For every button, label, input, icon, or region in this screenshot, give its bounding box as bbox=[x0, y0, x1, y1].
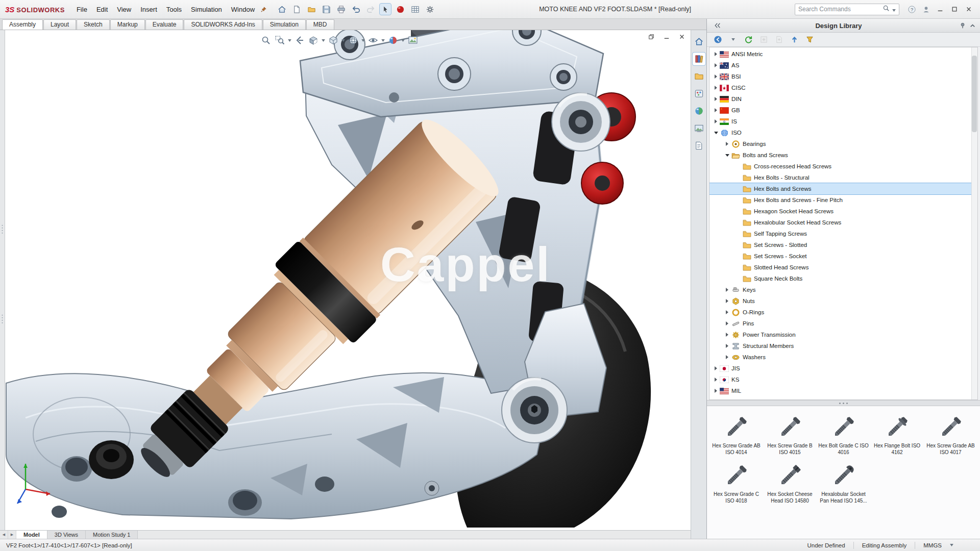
dropdown-caret-icon[interactable] bbox=[361, 39, 365, 42]
tree-item-as[interactable]: AS bbox=[709, 60, 971, 71]
model-tab-3d-views[interactable]: 3D Views bbox=[47, 531, 86, 539]
splitter-grip-icon[interactable] bbox=[1, 224, 4, 237]
tree-item-hexalobular-socket-head-screws[interactable]: Hexalobular Socket Head Screws bbox=[709, 217, 971, 228]
library-part-hex-screw-grade-ab-iso-4017[interactable]: Hex Screw Grade AB ISO 4017 bbox=[924, 412, 977, 456]
expand-arrow-icon[interactable] bbox=[724, 142, 730, 146]
menu-simulation[interactable]: Simulation bbox=[186, 4, 227, 15]
graphics-viewport[interactable]: Cappel bbox=[5, 30, 691, 530]
tree-item-set-screws-slotted[interactable]: Set Screws - Slotted bbox=[709, 239, 971, 251]
filter-icon[interactable] bbox=[804, 34, 815, 45]
expand-arrow-icon[interactable] bbox=[713, 97, 719, 101]
ribbon-tab-simulation[interactable]: Simulation bbox=[263, 19, 306, 30]
library-part-hex-screw-grade-c-iso-4018[interactable]: Hex Screw Grade C ISO 4018 bbox=[710, 461, 763, 504]
library-part-hexalobular-socket-pan-head-iso-145[interactable]: Hexalobular Socket Pan Head ISO 145... bbox=[817, 461, 870, 504]
tree-item-jis[interactable]: JIS bbox=[709, 363, 971, 374]
home-icon[interactable] bbox=[276, 4, 287, 15]
taskpane-tab-scenes[interactable] bbox=[693, 122, 705, 135]
dropdown-icon[interactable] bbox=[727, 34, 739, 45]
expand-arrow-icon[interactable] bbox=[713, 132, 719, 134]
up-icon[interactable] bbox=[789, 34, 800, 45]
help-button[interactable]: ? bbox=[905, 3, 918, 15]
new-icon[interactable] bbox=[291, 4, 302, 15]
pin-panel-icon[interactable] bbox=[959, 22, 966, 29]
close-button[interactable] bbox=[963, 3, 975, 15]
select-icon[interactable] bbox=[380, 4, 391, 15]
tab-scroll-right-icon[interactable]: ▶ bbox=[8, 531, 16, 539]
tree-item-is[interactable]: IS bbox=[709, 116, 971, 127]
open-icon[interactable] bbox=[306, 4, 317, 15]
taskpane-tab-file-explorer[interactable] bbox=[693, 70, 705, 83]
library-part-hex-bolt-grade-c-iso-4016[interactable]: Hex Bolt Grade C ISO 4016 bbox=[817, 412, 870, 456]
scene-icon[interactable] bbox=[407, 34, 419, 46]
menu-file[interactable]: File bbox=[72, 4, 92, 15]
library-part-hex-socket-cheese-head-iso-14580[interactable]: Hex Socket Cheese Head ISO 14580 bbox=[764, 461, 816, 504]
tree-item-bsi[interactable]: BSI bbox=[709, 71, 971, 82]
appearances-icon[interactable] bbox=[387, 34, 399, 46]
collapse-panel-icon[interactable] bbox=[714, 22, 721, 29]
tree-item-structural-members[interactable]: Structural Members bbox=[709, 340, 971, 352]
library-part-hex-screw-grade-ab-iso-4014[interactable]: Hex Screw Grade AB ISO 4014 bbox=[710, 412, 763, 456]
tree-item-set-screws-socket[interactable]: Set Screws - Socket bbox=[709, 251, 971, 262]
tree-item-din[interactable]: DIN bbox=[709, 93, 971, 105]
render-icon[interactable] bbox=[395, 4, 406, 15]
print-icon[interactable] bbox=[335, 4, 347, 15]
tree-item-ansi-metric[interactable]: ANSI Metric bbox=[709, 48, 971, 60]
taskpane-tab-home[interactable] bbox=[693, 35, 705, 48]
expand-arrow-icon[interactable] bbox=[724, 321, 730, 325]
tree-item-cisc[interactable]: CISC bbox=[709, 82, 971, 93]
tree-item-iso[interactable]: ISO bbox=[709, 127, 971, 138]
ribbon-tab-evaluate[interactable]: Evaluate bbox=[145, 19, 184, 30]
expand-arrow-icon[interactable] bbox=[724, 299, 730, 303]
tree-item-hex-bolts-structural[interactable]: Hex Bolts - Structural bbox=[709, 172, 971, 183]
units-caret-icon[interactable] bbox=[950, 544, 953, 546]
table-icon[interactable] bbox=[409, 4, 421, 15]
expand-arrow-icon[interactable] bbox=[724, 344, 730, 348]
expand-arrow-icon[interactable] bbox=[713, 63, 719, 67]
tree-item-hexagon-socket-head-screws[interactable]: Hexagon Socket Head Screws bbox=[709, 206, 971, 217]
expand-arrow-icon[interactable] bbox=[713, 119, 719, 123]
expand-arrow-icon[interactable] bbox=[713, 378, 719, 382]
taskpane-tab-custom-properties[interactable] bbox=[693, 139, 705, 152]
minimize-document-button[interactable] bbox=[662, 32, 671, 41]
model-tab-motion-study-1[interactable]: Motion Study 1 bbox=[86, 531, 138, 539]
tree-item-slotted-head-screws[interactable]: Slotted Head Screws bbox=[709, 262, 971, 273]
tree-item-keys[interactable]: Keys bbox=[709, 284, 971, 295]
ribbon-tab-sketch[interactable]: Sketch bbox=[77, 19, 110, 30]
model-tab-model[interactable]: Model bbox=[16, 531, 47, 539]
refresh-icon[interactable] bbox=[743, 34, 754, 45]
menu-insert[interactable]: Insert bbox=[136, 4, 162, 15]
tree-item-bearings[interactable]: Bearings bbox=[709, 138, 971, 149]
taskpane-tab-appearances[interactable] bbox=[693, 105, 705, 117]
dropdown-caret-icon[interactable] bbox=[401, 39, 405, 42]
prev-view-icon[interactable] bbox=[293, 34, 306, 46]
library-part-hex-flange-bolt-iso-4162[interactable]: Hex Flange Bolt ISO 4162 bbox=[871, 412, 923, 456]
expand-arrow-icon[interactable] bbox=[724, 355, 730, 359]
tree-item-washers[interactable]: Washers bbox=[709, 352, 971, 363]
expand-arrow-icon[interactable] bbox=[713, 74, 719, 79]
zoom-area-icon[interactable] bbox=[274, 34, 286, 46]
ribbon-tab-solidworks-add-ins[interactable]: SOLIDWORKS Add-Ins bbox=[184, 19, 262, 30]
search-commands-box[interactable]: Search Commands bbox=[795, 4, 899, 15]
tree-item-square-neck-bolts[interactable]: Square Neck Bolts bbox=[709, 273, 971, 284]
menu-window[interactable]: Window bbox=[227, 4, 259, 15]
search-caret-icon[interactable] bbox=[892, 5, 896, 14]
expand-arrow-icon[interactable] bbox=[713, 52, 719, 56]
menu-edit[interactable]: Edit bbox=[92, 4, 112, 15]
panel-splitter[interactable] bbox=[707, 400, 980, 406]
ribbon-tab-markup[interactable]: Markup bbox=[110, 19, 145, 30]
dropdown-caret-icon[interactable] bbox=[341, 39, 346, 42]
feature-manager-collapsed-strip[interactable] bbox=[0, 30, 5, 539]
ribbon-tab-layout[interactable]: Layout bbox=[43, 19, 76, 30]
restore-document-button[interactable] bbox=[647, 32, 656, 41]
pin-menu-icon[interactable] bbox=[260, 6, 267, 13]
back-icon[interactable] bbox=[712, 34, 723, 45]
tree-item-ks[interactable]: KS bbox=[709, 374, 971, 385]
3d-model-prosthetic-knee[interactable] bbox=[5, 30, 691, 530]
menu-tools[interactable]: Tools bbox=[162, 4, 186, 15]
add-to-library-icon[interactable] bbox=[773, 34, 785, 45]
chevron-up-icon[interactable] bbox=[969, 22, 976, 29]
hide-show-icon[interactable] bbox=[367, 34, 379, 46]
orientation-icon[interactable] bbox=[327, 34, 339, 46]
dropdown-caret-icon[interactable] bbox=[287, 39, 292, 42]
expand-arrow-icon[interactable] bbox=[713, 366, 719, 370]
